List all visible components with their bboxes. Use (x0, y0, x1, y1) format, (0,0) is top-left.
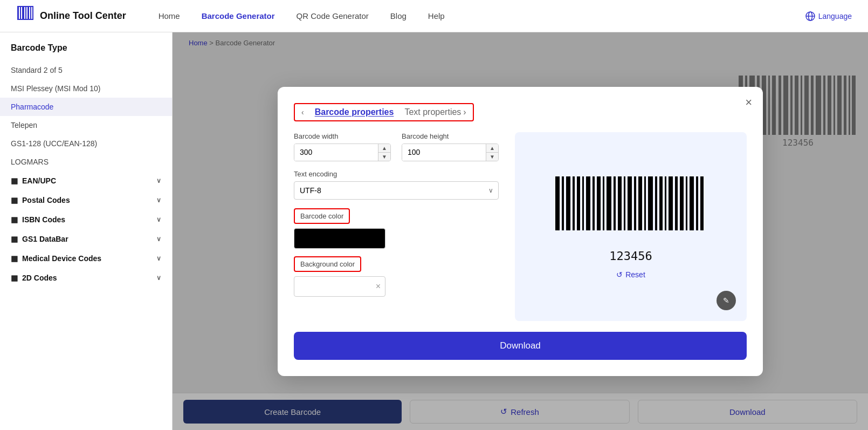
width-increment-button[interactable]: ▲ (378, 144, 390, 153)
nav-blog[interactable]: Blog (390, 11, 407, 21)
sidebar-group-gs1databar[interactable]: ▦ GS1 DataBar ∨ (0, 229, 172, 249)
modal-left-panel: Barcode width ▲ ▼ Barco (294, 132, 499, 321)
svg-rect-53 (648, 176, 653, 230)
svg-rect-59 (680, 176, 684, 230)
background-color-clear-button[interactable]: × (376, 282, 381, 291)
globe-icon (805, 11, 815, 21)
svg-rect-63 (700, 176, 704, 230)
svg-rect-62 (696, 176, 698, 230)
barcode-height-input-spin: ▲ ▼ (402, 144, 499, 161)
nav-help[interactable]: Help (428, 11, 445, 21)
svg-rect-44 (603, 176, 604, 230)
width-decrement-button[interactable]: ▼ (378, 153, 390, 161)
barcode-height-input[interactable] (402, 144, 486, 161)
barcode-color-label: Barcode color (294, 208, 350, 224)
reset-icon: ↺ (616, 270, 623, 279)
barcode-icon-medical: ▦ (11, 254, 18, 263)
modal-overlay: × ‹ Barcode properties Text properties › (173, 32, 868, 430)
barcode-width-label: Barcode width (294, 132, 391, 140)
modal-body: Barcode width ▲ ▼ Barco (294, 132, 747, 321)
height-decrement-button[interactable]: ▼ (486, 153, 498, 161)
chevron-down-icon-postal: ∨ (156, 196, 161, 204)
barcode-icon-isbn: ▦ (11, 215, 18, 224)
header: Online Tool Center Home Barcode Generato… (0, 0, 868, 32)
svg-rect-3 (25, 7, 26, 19)
tab-text-properties[interactable]: Text properties › (404, 107, 466, 117)
barcode-preview: 123456 (550, 174, 712, 263)
barcode-icon-2d: ▦ (11, 274, 18, 282)
nav-barcode-generator[interactable]: Barcode Generator (202, 11, 275, 21)
svg-rect-58 (675, 176, 678, 230)
width-group: Barcode width ▲ ▼ (294, 132, 391, 161)
text-encoding-group: Text encoding UTF-8 UTF-16 ASCII ∨ (294, 170, 499, 200)
barcode-height-label: Barcode height (402, 132, 499, 140)
main-layout: Barcode Type Standard 2 of 5 MSI Plessey… (0, 32, 868, 430)
modal-tabs: ‹ Barcode properties Text properties › (294, 103, 474, 121)
height-increment-button[interactable]: ▲ (486, 144, 498, 153)
edit-button[interactable]: ✎ (717, 291, 736, 310)
svg-rect-56 (665, 176, 666, 230)
svg-rect-6 (32, 7, 33, 19)
svg-rect-49 (628, 176, 632, 230)
language-label: Language (818, 12, 852, 21)
sidebar-item-pharmacode[interactable]: Pharmacode (0, 98, 172, 116)
sidebar-group-isbn[interactable]: ▦ ISBN Codes ∨ (0, 210, 172, 229)
barcode-color-section: Barcode color (294, 208, 499, 249)
text-encoding-label: Text encoding (294, 170, 499, 178)
text-encoding-select[interactable]: UTF-8 UTF-16 ASCII (294, 181, 499, 200)
svg-rect-47 (618, 176, 622, 230)
sidebar-item-telepen[interactable]: Telepen (0, 116, 172, 134)
chevron-down-icon-isbn: ∨ (156, 216, 161, 223)
logo-area: Online Tool Center (16, 5, 126, 27)
sidebar-item-gs1128[interactable]: GS1-128 (UCC/EAN-128) (0, 134, 172, 153)
tab-left-arrow: ‹ (301, 108, 304, 117)
svg-rect-54 (655, 176, 657, 230)
modal-close-button[interactable]: × (745, 95, 752, 110)
sidebar: Barcode Type Standard 2 of 5 MSI Plessey… (0, 32, 173, 430)
modal-right-panel: 123456 ↺ Reset ✎ (515, 132, 747, 321)
svg-rect-40 (582, 176, 584, 230)
main-nav: Home Barcode Generator QR Code Generator… (159, 11, 805, 21)
height-group: Barcode height ▲ ▼ (402, 132, 499, 161)
sidebar-item-msi[interactable]: MSI Plessey (MSI Mod 10) (0, 79, 172, 98)
background-color-swatch[interactable]: × (294, 276, 385, 297)
chevron-down-icon: ∨ (156, 177, 161, 185)
nav-home[interactable]: Home (159, 11, 180, 21)
tab-barcode-properties[interactable]: Barcode properties (315, 107, 394, 117)
svg-rect-42 (593, 176, 595, 230)
sidebar-group-2d[interactable]: ▦ 2D Codes ∨ (0, 268, 172, 288)
sidebar-item-logmars[interactable]: LOGMARS (0, 153, 172, 171)
chevron-down-icon-2d: ∨ (156, 274, 161, 282)
tab-right-arrow: › (463, 107, 466, 117)
reset-button[interactable]: ↺ Reset (616, 270, 645, 279)
svg-rect-50 (634, 176, 636, 230)
svg-rect-5 (30, 7, 31, 19)
svg-rect-60 (686, 176, 687, 230)
logo-icon (16, 5, 35, 27)
sidebar-group-medical[interactable]: ▦ Medical Device Codes ∨ (0, 249, 172, 268)
sidebar-group-ean[interactable]: ▦ EAN/UPC ∨ (0, 171, 172, 190)
svg-rect-43 (597, 176, 601, 230)
background-color-label: Background color (294, 256, 361, 272)
sidebar-group-postal[interactable]: ▦ Postal Codes ∨ (0, 190, 172, 210)
barcode-width-input[interactable] (294, 144, 378, 161)
svg-rect-55 (659, 176, 663, 230)
barcode-number: 123456 (550, 249, 712, 263)
barcode-color-swatch[interactable] (294, 228, 385, 249)
language-selector[interactable]: Language (805, 11, 852, 21)
barcode-icon-ean: ▦ (11, 176, 18, 185)
svg-rect-46 (614, 176, 616, 230)
modal-download-button[interactable]: Download (294, 332, 747, 360)
svg-rect-0 (17, 7, 19, 19)
svg-rect-7 (17, 6, 33, 7)
svg-rect-45 (607, 176, 611, 230)
content-area: Home > Barcode Generator (173, 32, 868, 430)
svg-rect-4 (27, 7, 29, 19)
sidebar-item-standard25[interactable]: Standard 2 of 5 (0, 61, 172, 79)
svg-rect-57 (669, 176, 673, 230)
nav-qr-code[interactable]: QR Code Generator (297, 11, 369, 21)
svg-rect-1 (20, 7, 21, 19)
height-spin-buttons: ▲ ▼ (486, 144, 498, 161)
barcode-width-input-spin: ▲ ▼ (294, 144, 391, 161)
svg-rect-51 (638, 176, 642, 230)
